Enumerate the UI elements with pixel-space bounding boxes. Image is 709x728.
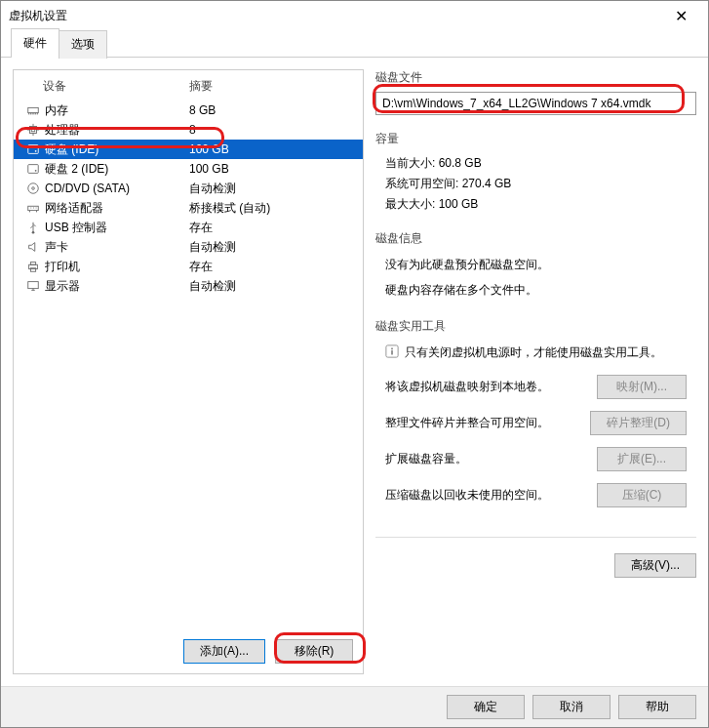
device-row[interactable]: 硬盘 (IDE)100 GB (14, 140, 363, 159)
help-button[interactable]: 帮助 (618, 695, 696, 719)
util-compact-row: 压缩磁盘以回收未使用的空间。 压缩(C) (375, 479, 696, 511)
header-summary: 摘要 (189, 78, 353, 95)
svg-point-7 (28, 183, 39, 194)
expand-button[interactable]: 扩展(E)... (597, 447, 687, 471)
svg-rect-1 (30, 127, 37, 134)
disk-icon (23, 142, 43, 157)
device-summary: 100 GB (189, 162, 353, 176)
device-summary: 自动检测 (189, 239, 353, 256)
disk-file-path[interactable] (375, 92, 696, 115)
device-name: 内存 (43, 102, 189, 119)
svg-rect-12 (30, 263, 35, 265)
utilities-hint: 只有关闭虚拟机电源时，才能使用磁盘实用工具。 (375, 341, 696, 365)
dialog-body: 设备 摘要 内存8 GB处理器8硬盘 (IDE)100 GB硬盘 2 (IDE)… (1, 58, 708, 686)
svg-rect-3 (28, 145, 39, 154)
group-disk-info: 磁盘信息 没有为此硬盘预分配磁盘空间。 硬盘内容存储在多个文件中。 (375, 230, 696, 303)
device-row[interactable]: 内存8 GB (14, 101, 363, 120)
svg-rect-17 (391, 350, 393, 354)
info-icon (385, 344, 399, 361)
device-summary: 8 GB (189, 103, 353, 117)
device-row[interactable]: 网络适配器桥接模式 (自动) (14, 198, 363, 218)
device-row[interactable]: 打印机存在 (14, 257, 363, 276)
advanced-button[interactable]: 高级(V)... (614, 553, 696, 578)
device-name: 声卡 (43, 239, 189, 256)
svg-rect-16 (391, 348, 393, 350)
device-name: 显示器 (43, 278, 189, 295)
divider (375, 537, 696, 538)
disk-info-line2: 硬盘内容存储在多个文件中。 (375, 278, 696, 303)
device-row[interactable]: USB 控制器存在 (14, 218, 363, 237)
compact-button[interactable]: 压缩(C) (597, 483, 687, 507)
remove-device-button[interactable]: 移除(R) (275, 639, 353, 664)
capacity-title: 容量 (375, 131, 696, 147)
device-summary: 100 GB (189, 142, 353, 156)
add-device-button[interactable]: 添加(A)... (183, 639, 265, 664)
svg-point-4 (35, 150, 37, 152)
device-name: USB 控制器 (43, 220, 189, 236)
device-name: 网络适配器 (43, 200, 189, 217)
util-expand-row: 扩展磁盘容量。 扩展(E)... (375, 443, 696, 475)
device-panel: 设备 摘要 内存8 GB处理器8硬盘 (IDE)100 GB硬盘 2 (IDE)… (13, 69, 364, 674)
disk-info-line1: 没有为此硬盘预分配磁盘空间。 (375, 253, 696, 278)
window-title: 虚拟机设置 (9, 8, 661, 24)
util-defrag-text: 整理文件碎片并整合可用空间。 (385, 415, 580, 431)
tab-bar: 硬件 选项 (1, 30, 708, 58)
usb-icon (23, 221, 43, 235)
close-button[interactable]: ✕ (661, 7, 700, 25)
device-row[interactable]: 显示器自动检测 (14, 276, 363, 296)
device-summary: 存在 (189, 220, 353, 236)
device-name: 打印机 (43, 259, 189, 275)
printer-icon (23, 260, 43, 274)
cd-icon (23, 182, 43, 196)
advanced-row: 高级(V)... (375, 547, 696, 584)
svg-point-10 (32, 231, 35, 234)
utilities-title: 磁盘实用工具 (375, 318, 696, 335)
svg-rect-5 (28, 165, 39, 174)
device-summary: 自动检测 (189, 278, 353, 295)
tab-hardware[interactable]: 硬件 (11, 28, 59, 58)
device-row[interactable]: CD/DVD (SATA)自动检测 (14, 179, 363, 198)
util-expand-text: 扩展磁盘容量。 (385, 451, 587, 467)
cpu-icon (23, 123, 43, 138)
capacity-free: 系统可用空间: 270.4 GB (375, 174, 696, 194)
titlebar: 虚拟机设置 ✕ (1, 1, 708, 30)
utilities-hint-text: 只有关闭虚拟机电源时，才能使用磁盘实用工具。 (405, 344, 662, 361)
details-panel: 磁盘文件 容量 当前大小: 60.8 GB 系统可用空间: 270.4 GB 最… (375, 69, 696, 674)
device-summary: 8 (189, 123, 353, 137)
tab-options[interactable]: 选项 (59, 30, 107, 59)
device-list[interactable]: 内存8 GB处理器8硬盘 (IDE)100 GB硬盘 2 (IDE)100 GB… (14, 101, 363, 629)
device-summary: 自动检测 (189, 181, 353, 197)
group-capacity: 容量 当前大小: 60.8 GB 系统可用空间: 270.4 GB 最大大小: … (375, 131, 696, 215)
map-button[interactable]: 映射(M)... (597, 375, 687, 399)
defrag-button[interactable]: 碎片整理(D) (590, 411, 687, 435)
memory-icon (23, 103, 43, 118)
device-summary: 存在 (189, 259, 353, 275)
device-name: 处理器 (43, 122, 189, 139)
svg-point-6 (35, 170, 37, 172)
device-row[interactable]: 处理器8 (14, 120, 363, 140)
cancel-button[interactable]: 取消 (532, 695, 611, 719)
util-defrag-row: 整理文件碎片并整合可用空间。 碎片整理(D) (375, 407, 696, 439)
device-row[interactable]: 声卡自动检测 (14, 237, 363, 257)
util-compact-text: 压缩磁盘以回收未使用的空间。 (385, 487, 587, 504)
sound-icon (23, 240, 43, 255)
group-utilities: 磁盘实用工具 只有关闭虚拟机电源时，才能使用磁盘实用工具。 将该虚拟机磁盘映射到… (375, 318, 696, 515)
svg-rect-2 (31, 129, 35, 133)
net-icon (23, 201, 43, 216)
group-disk-file: 磁盘文件 (375, 69, 696, 115)
device-row[interactable]: 硬盘 2 (IDE)100 GB (14, 159, 363, 179)
util-map-text: 将该虚拟机磁盘映射到本地卷。 (385, 379, 587, 395)
device-name: CD/DVD (SATA) (43, 182, 189, 195)
device-buttons: 添加(A)... 移除(R) (14, 629, 363, 673)
svg-point-8 (32, 187, 35, 190)
svg-rect-14 (28, 282, 39, 289)
device-summary: 桥接模式 (自动) (189, 200, 353, 217)
util-map-row: 将该虚拟机磁盘映射到本地卷。 映射(M)... (375, 371, 696, 403)
disk-info-title: 磁盘信息 (375, 230, 696, 247)
capacity-max: 最大大小: 100 GB (375, 194, 696, 215)
device-list-header: 设备 摘要 (14, 70, 363, 101)
ok-button[interactable]: 确定 (447, 695, 525, 719)
disk-file-title: 磁盘文件 (375, 69, 696, 86)
bottom-bar: 确定 取消 帮助 (1, 686, 708, 727)
device-name: 硬盘 (IDE) (43, 142, 189, 158)
